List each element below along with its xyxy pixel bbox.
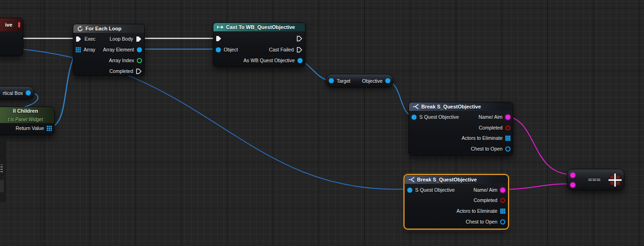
panel-grip-icon [0,165,3,172]
int-out-pin[interactable] [137,58,142,63]
children-node-header[interactable]: ll Children t is Panel Widget [0,107,54,123]
wire-break2-name-to-equal[interactable] [500,184,572,189]
array-out-pin[interactable] [505,136,510,141]
object-in-pin[interactable] [329,78,334,83]
pin-label: Completed [479,125,502,130]
object-in-pin[interactable] [216,47,221,52]
pin-row: Completed [479,124,510,131]
pin-label: Cast Failed [269,47,294,52]
string-out-pin[interactable] [500,188,505,193]
pin-label: As WB Quest Objective [243,58,295,63]
array-in-pin[interactable] [76,47,81,52]
object-out-pin[interactable] [297,58,303,63]
pin-label: Objective [362,78,382,84]
cast-node-title: Cast To WB_QuestObjective [226,24,295,30]
break-node-header[interactable]: Break S_QuestObjective [409,102,513,111]
exec-in-pin[interactable] [216,36,222,42]
object-out-pin[interactable] [26,90,31,95]
bool-out-pin[interactable] [505,125,510,130]
pin-row: Cast Failed [269,46,303,53]
wire-break1-name-to-equal[interactable] [506,116,572,174]
foreach-node-header[interactable]: For Each Loop [73,24,144,33]
pin-row: As WB Quest Objective [243,57,303,64]
pin-row: Completed [474,196,505,204]
exec-out-pin[interactable] [136,36,142,42]
exec-out-pin-unconnected[interactable] [297,47,303,53]
object-out-pin-unconnected[interactable] [505,146,510,152]
pin-label: Completed [109,68,133,74]
pin-label: Chest to Open [471,146,502,152]
blueprint-graph-canvas[interactable]: ive tive For Each Loop [0,0,644,246]
pin-row: Chest to Open [471,145,510,152]
exec-in-pin[interactable] [76,36,82,42]
pin-row: Actors to Eliminate [456,207,505,215]
exec-out-pin-unconnected[interactable] [297,36,303,42]
node-get-objective[interactable]: Target Objective [326,74,394,87]
pin-label: Object [224,47,238,52]
pin-label: Name/ Aim [474,187,497,193]
pin-row: Exec [76,35,95,43]
pin-label: Exec [85,36,95,42]
node-for-each-loop[interactable]: For Each Loop Exec Array Loop Body Array… [73,24,145,76]
foreach-node-title: For Each Loop [85,26,121,31]
equals-operator-label: === [588,175,601,184]
panel-edge-block [0,180,4,192]
pin-row: Chest to Open [466,218,505,225]
bool-out-pin[interactable] [500,198,505,203]
children-node-title: ll Children [13,108,38,114]
array-out-pin[interactable] [500,209,505,214]
pin-row: Actors to Eliminate [461,134,510,142]
left-panel-edge[interactable] [0,139,6,202]
node-vertical-box-getter[interactable]: rtical Box [0,86,35,100]
struct-in-pin[interactable] [407,188,412,193]
event-node-header[interactable]: ive [0,18,23,31]
pin-label: Actors to Eliminate [461,135,502,141]
red-square-icon [18,22,20,28]
string-out-pin[interactable] [505,115,510,120]
node-break-squestobjective-1[interactable]: Break S_QuestObjective S Quest Objective… [409,102,513,156]
node-string-equal[interactable]: === [567,169,624,190]
struct-in-pin[interactable] [411,115,417,120]
cast-node-header[interactable]: Cast To WB_QuestObjective [213,23,305,31]
object-out-pin[interactable] [137,47,142,52]
object-out-pin-unconnected[interactable] [500,219,505,224]
break-node-title: Break S_QuestObjective [421,104,481,109]
array-out-pin[interactable] [47,126,52,131]
pin-label: Completed [474,197,497,203]
add-pin-button[interactable] [608,173,622,187]
pin-row: Name/ Aim [479,113,510,121]
pin-label: Target [337,78,350,84]
pin-label: S Quest Objective [419,114,459,120]
pin-row: Object [216,46,238,53]
loop-icon [77,26,83,32]
break-node-header[interactable]: Break S_QuestObjective [405,175,508,184]
pin-row: Name/ Aim [474,186,505,194]
string-in-pin-b[interactable] [570,182,575,188]
pin-row: Array [76,46,95,53]
object-out-pin[interactable] [385,78,390,83]
pin-row: Array Index [109,57,142,64]
node-custom-event[interactable]: ive tive [0,18,23,56]
pin-label: Name/ Aim [479,114,502,120]
node-break-squestobjective-2[interactable]: Break S_QuestObjective S Quest Objective… [404,175,508,229]
pin-label: Array [84,47,95,52]
cast-arrow-icon [217,25,224,29]
break-struct-icon [413,104,419,109]
pin-row: Array Element [103,46,142,53]
string-in-pin-a[interactable] [570,173,575,178]
pin-row [297,35,303,42]
exec-out-pin-unconnected[interactable] [136,68,142,74]
pin-row: Return Value [15,124,52,132]
pin-label: Actors to Eliminate [456,208,497,214]
pin-row: S Quest Objective [407,186,455,194]
event-node-title: ive [5,22,12,28]
pin-label: S Quest Objective [415,187,455,193]
node-cast-to-wb-questobjective[interactable]: Cast To WB_QuestObjective Object Cast Fa… [213,22,305,67]
break-node-title: Break S_QuestObjective [417,177,477,182]
pin-label: Array Element [103,47,134,52]
pin-label: Loop Body [110,36,133,42]
pin-label: rtical Box [3,90,23,96]
pin-label: Array Index [109,58,134,63]
node-get-all-children[interactable]: ll Children t is Panel Widget t Return V… [0,107,55,135]
pin-row: Completed [109,67,142,75]
